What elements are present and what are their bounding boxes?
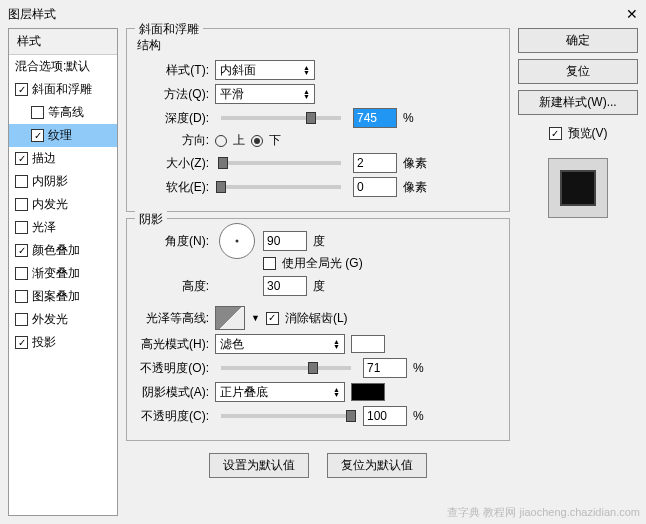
window-title: 图层样式 (8, 6, 56, 23)
style-select[interactable]: 内斜面 ▲▼ (215, 60, 315, 80)
style-checkbox[interactable] (15, 83, 28, 96)
direction-down-radio[interactable] (251, 135, 263, 147)
dropdown-arrows-icon: ▲▼ (303, 65, 310, 75)
style-checkbox[interactable] (15, 152, 28, 165)
soften-label: 软化(E): (137, 179, 209, 196)
style-checkbox[interactable] (15, 313, 28, 326)
style-checkbox[interactable] (15, 175, 28, 188)
shadow-mode-label: 阴影模式(A): (137, 384, 209, 401)
close-icon[interactable]: ✕ (626, 6, 638, 22)
shadow-mode-value: 正片叠底 (220, 384, 268, 401)
highlight-opacity-input[interactable]: 71 (363, 358, 407, 378)
style-checkbox[interactable] (15, 290, 28, 303)
preview-label: 预览(V) (568, 125, 608, 142)
soften-unit: 像素 (403, 179, 427, 196)
style-checkbox[interactable] (31, 129, 44, 142)
angle-input[interactable]: 90 (263, 231, 307, 251)
depth-input[interactable]: 745 (353, 108, 397, 128)
shadow-opacity-slider[interactable] (221, 414, 351, 418)
style-row-5[interactable]: 内发光 (9, 193, 117, 216)
direction-up-label: 上 (233, 132, 245, 149)
shading-legend: 阴影 (135, 211, 167, 228)
soften-input[interactable]: 0 (353, 177, 397, 197)
angle-wheel[interactable] (219, 223, 255, 259)
style-row-11[interactable]: 投影 (9, 331, 117, 354)
preview-checkbox[interactable] (549, 127, 562, 140)
style-checkbox[interactable] (15, 198, 28, 211)
style-checkbox[interactable] (15, 244, 28, 257)
dropdown-arrows-icon: ▲▼ (333, 387, 340, 397)
style-row-6[interactable]: 光泽 (9, 216, 117, 239)
size-slider[interactable] (221, 161, 341, 165)
style-checkbox[interactable] (15, 336, 28, 349)
style-row-8[interactable]: 渐变叠加 (9, 262, 117, 285)
shadow-mode-select[interactable]: 正片叠底 ▲▼ (215, 382, 345, 402)
style-row-1[interactable]: 等高线 (9, 101, 117, 124)
depth-slider[interactable] (221, 116, 341, 120)
style-checkbox[interactable] (31, 106, 44, 119)
make-default-button[interactable]: 设置为默认值 (209, 453, 309, 478)
gloss-contour-swatch[interactable] (215, 306, 245, 330)
style-row-10[interactable]: 外发光 (9, 308, 117, 331)
opacity-unit2: % (413, 409, 424, 423)
highlight-mode-select[interactable]: 滤色 ▲▼ (215, 334, 345, 354)
right-panel: 确定 复位 新建样式(W)... 预览(V) (518, 28, 638, 516)
highlight-mode-label: 高光模式(H): (137, 336, 209, 353)
depth-unit: % (403, 111, 414, 125)
highlight-mode-value: 滤色 (220, 336, 244, 353)
highlight-opacity-label: 不透明度(O): (137, 360, 209, 377)
shadow-opacity-input[interactable]: 100 (363, 406, 407, 426)
shadow-color-swatch[interactable] (351, 383, 385, 401)
style-label: 颜色叠加 (32, 242, 80, 259)
style-row-9[interactable]: 图案叠加 (9, 285, 117, 308)
shadow-opacity-label: 不透明度(C): (137, 408, 209, 425)
reset-default-button[interactable]: 复位为默认值 (327, 453, 427, 478)
bevel-legend: 斜面和浮雕 (135, 21, 203, 38)
style-label: 内阴影 (32, 173, 68, 190)
preview-thumbnail (548, 158, 608, 218)
dropdown-arrows-icon: ▲▼ (333, 339, 340, 349)
depth-label: 深度(D): (137, 110, 209, 127)
style-label: 纹理 (48, 127, 72, 144)
direction-up-radio[interactable] (215, 135, 227, 147)
style-row-4[interactable]: 内阴影 (9, 170, 117, 193)
technique-select[interactable]: 平滑 ▲▼ (215, 84, 315, 104)
highlight-opacity-slider[interactable] (221, 366, 351, 370)
main-layout: 样式 混合选项:默认 斜面和浮雕等高线纹理描边内阴影内发光光泽颜色叠加渐变叠加图… (0, 28, 646, 524)
technique-label: 方法(Q): (137, 86, 209, 103)
center-panel: 斜面和浮雕 结构 样式(T): 内斜面 ▲▼ 方法(Q): 平滑 ▲▼ 深度(D… (126, 28, 510, 516)
gloss-contour-label: 光泽等高线: (137, 310, 209, 327)
blend-options-row[interactable]: 混合选项:默认 (9, 55, 117, 78)
style-label: 等高线 (48, 104, 84, 121)
soften-slider[interactable] (221, 185, 341, 189)
default-buttons: 设置为默认值 复位为默认值 (126, 453, 510, 478)
altitude-label: 高度: (137, 278, 209, 295)
shading-fieldset: 阴影 角度(N): 90 度 使用全局光 (G) 高度: 30 度 (126, 218, 510, 441)
ok-button[interactable]: 确定 (518, 28, 638, 53)
anti-alias-checkbox[interactable] (266, 312, 279, 325)
size-label: 大小(Z): (137, 155, 209, 172)
new-style-button[interactable]: 新建样式(W)... (518, 90, 638, 115)
style-label: 投影 (32, 334, 56, 351)
global-light-checkbox[interactable] (263, 257, 276, 270)
style-row-0[interactable]: 斜面和浮雕 (9, 78, 117, 101)
technique-value: 平滑 (220, 86, 244, 103)
style-label: 渐变叠加 (32, 265, 80, 282)
size-input[interactable]: 2 (353, 153, 397, 173)
blend-options-label: 混合选项:默认 (15, 58, 90, 75)
style-row-7[interactable]: 颜色叠加 (9, 239, 117, 262)
style-checkbox[interactable] (15, 267, 28, 280)
style-label: 外发光 (32, 311, 68, 328)
style-checkbox[interactable] (15, 221, 28, 234)
style-label: 图案叠加 (32, 288, 80, 305)
style-row-2[interactable]: 纹理 (9, 124, 117, 147)
style-row-3[interactable]: 描边 (9, 147, 117, 170)
highlight-color-swatch[interactable] (351, 335, 385, 353)
chevron-down-icon[interactable]: ▼ (251, 313, 260, 323)
angle-label: 角度(N): (137, 233, 209, 250)
styles-header: 样式 (9, 29, 117, 55)
altitude-input[interactable]: 30 (263, 276, 307, 296)
size-unit: 像素 (403, 155, 427, 172)
style-label: 样式(T): (137, 62, 209, 79)
cancel-button[interactable]: 复位 (518, 59, 638, 84)
